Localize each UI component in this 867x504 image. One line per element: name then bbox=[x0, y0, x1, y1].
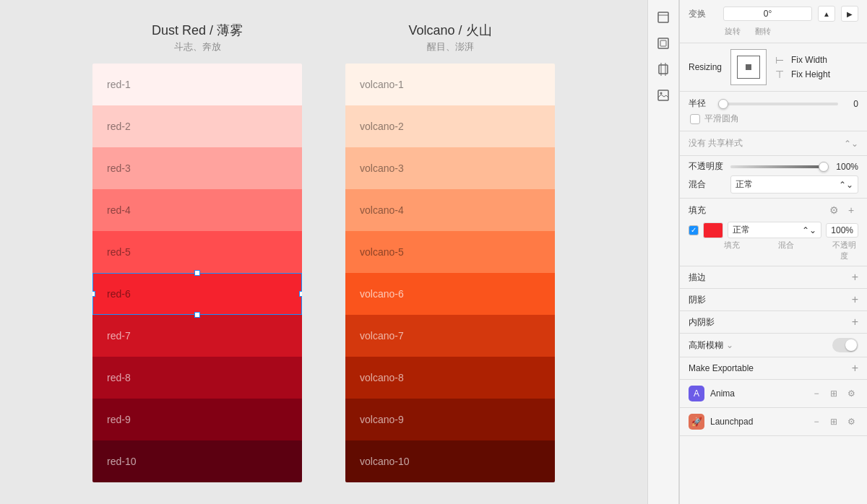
right-panel: 变换 0° ▲ ▶ 旋转 翻转 Resizing ⊢ Fix Width bbox=[679, 0, 867, 504]
swatch-volcano-3[interactable]: volcano-3 bbox=[345, 147, 555, 189]
shared-style-dropdown-arrow[interactable]: ⌃⌄ bbox=[844, 139, 858, 149]
inner-shadow-section: 内阴影 + bbox=[680, 311, 867, 334]
swatch-volcano-2[interactable]: volcano-2 bbox=[345, 105, 555, 147]
anima-plugin-name: Anima bbox=[710, 388, 803, 399]
gaussian-toggle-icon[interactable]: ⌄ bbox=[726, 340, 733, 350]
swatch-volcano-9[interactable]: volcano-9 bbox=[345, 399, 555, 440]
swatch-volcano-5-label: volcano-5 bbox=[360, 246, 404, 258]
fill-opacity[interactable]: 100% bbox=[826, 223, 858, 238]
opacity-slider-thumb[interactable] bbox=[819, 162, 829, 172]
gaussian-section: 高斯模糊 ⌄ bbox=[680, 334, 867, 357]
swatch-volcano-8[interactable]: volcano-8 bbox=[345, 357, 555, 399]
exportable-add-btn[interactable]: + bbox=[852, 362, 858, 375]
image-tool-icon[interactable] bbox=[652, 84, 675, 107]
radius-value[interactable]: 0 bbox=[844, 99, 858, 109]
resizing-box[interactable] bbox=[730, 49, 767, 85]
swatch-volcano-6-label: volcano-6 bbox=[360, 288, 404, 300]
swatch-red-5[interactable]: red-5 bbox=[92, 231, 302, 273]
anima-settings-btn[interactable]: ⚙ bbox=[844, 386, 858, 401]
swatch-red-9-label: red-9 bbox=[107, 414, 131, 425]
fill-settings-btn[interactable]: ⚙ bbox=[827, 203, 841, 217]
dust-red-swatches: red-1 red-2 red-3 red-4 red-5 bbox=[92, 64, 302, 482]
swatch-red-2[interactable]: red-2 bbox=[92, 105, 302, 147]
swatch-volcano-7[interactable]: volcano-7 bbox=[345, 315, 555, 357]
anima-grid-btn[interactable]: ⊞ bbox=[827, 386, 841, 401]
launchpad-grid-btn[interactable]: ⊞ bbox=[827, 414, 841, 429]
palette-dust-red-title-main: Dust Red / 薄雾 bbox=[92, 22, 302, 39]
palette-dust-red-title-sub: 斗志、奔放 bbox=[92, 40, 302, 53]
gaussian-toggle-switch[interactable] bbox=[832, 338, 858, 352]
svg-rect-2 bbox=[658, 38, 668, 48]
launchpad-plugin-actions: − ⊞ ⚙ bbox=[809, 414, 858, 429]
swatch-red-3[interactable]: red-3 bbox=[92, 147, 302, 189]
stroke-add-btn[interactable]: + bbox=[852, 271, 858, 284]
resizing-center-handle bbox=[746, 64, 751, 70]
shared-style-section[interactable]: 没有 共享样式 ⌃⌄ bbox=[680, 131, 867, 156]
svg-rect-4 bbox=[659, 65, 668, 74]
smooth-corners-checkbox[interactable] bbox=[690, 114, 700, 124]
smooth-corners-label: 平滑圆角 bbox=[704, 113, 739, 125]
swatch-red-4[interactable]: red-4 bbox=[92, 189, 302, 231]
crop-tool-icon[interactable] bbox=[652, 58, 675, 81]
blend-dropdown-icon: ⌃⌄ bbox=[839, 180, 853, 190]
swatch-volcano-9-label: volcano-9 bbox=[360, 414, 404, 425]
fill-mode-arrow: ⌃⌄ bbox=[802, 225, 816, 235]
swatch-red-8[interactable]: red-8 bbox=[92, 357, 302, 399]
radius-slider-track[interactable] bbox=[723, 103, 838, 105]
swatch-volcano-6[interactable]: volcano-6 bbox=[345, 273, 555, 315]
blend-select[interactable]: 正常 ⌃⌄ bbox=[730, 175, 858, 194]
shadow-add-btn[interactable]: + bbox=[852, 293, 858, 306]
fix-width-label: Fix Width bbox=[791, 55, 827, 65]
swatch-volcano-5[interactable]: volcano-5 bbox=[345, 231, 555, 273]
canvas-area: Dust Red / 薄雾 斗志、奔放 red-1 red-2 red-3 re… bbox=[0, 0, 647, 504]
fix-width-option[interactable]: ⊢ Fix Width bbox=[775, 54, 830, 66]
swatch-red-9[interactable]: red-9 bbox=[92, 399, 302, 440]
fill-checkbox[interactable]: ✓ bbox=[689, 225, 699, 235]
swatch-volcano-4[interactable]: volcano-4 bbox=[345, 189, 555, 231]
transform-label: 变换 bbox=[689, 8, 717, 20]
opacity-slider-track[interactable] bbox=[730, 165, 824, 168]
fill-mode-value: 正常 bbox=[733, 224, 750, 236]
swatch-red-10[interactable]: red-10 bbox=[92, 440, 302, 482]
swatch-volcano-1[interactable]: volcano-1 bbox=[345, 64, 555, 105]
resize-tool-icon[interactable] bbox=[652, 32, 675, 55]
rotate-cw-btn[interactable]: ▲ bbox=[818, 6, 835, 22]
inner-shadow-add-btn[interactable]: + bbox=[852, 316, 858, 329]
swatch-volcano-10[interactable]: volcano-10 bbox=[345, 440, 555, 482]
smooth-corners-row: 平滑圆角 bbox=[689, 113, 858, 125]
fill-add-btn[interactable]: + bbox=[844, 203, 858, 217]
launchpad-settings-btn[interactable]: ⚙ bbox=[844, 414, 858, 429]
fill-color-swatch[interactable] bbox=[703, 222, 723, 238]
swatch-red-1-label: red-1 bbox=[107, 79, 131, 90]
fill-section: 填充 ⚙ + ✓ 正常 ⌃⌄ 100% 填充 混合 不透明度 bbox=[680, 199, 867, 266]
shared-style-label: 没有 共享样式 bbox=[689, 137, 743, 149]
swatch-volcano-8-label: volcano-8 bbox=[360, 372, 404, 383]
resizing-label: Resizing bbox=[689, 62, 725, 72]
launchpad-minimize-btn[interactable]: − bbox=[809, 414, 824, 429]
opacity-value: 100% bbox=[829, 162, 858, 172]
fix-height-icon: ⊤ bbox=[775, 69, 787, 80]
swatch-red-6-label: red-6 bbox=[107, 288, 131, 300]
swatch-red-8-label: red-8 bbox=[107, 372, 131, 383]
stroke-section: 描边 + bbox=[680, 266, 867, 289]
gaussian-toggle-knob bbox=[845, 339, 857, 351]
fix-width-icon: ⊢ bbox=[775, 54, 787, 66]
swatch-red-7[interactable]: red-7 bbox=[92, 315, 302, 357]
radius-row: 半径 0 bbox=[689, 97, 858, 110]
rotate-ccw-btn[interactable]: ▶ bbox=[841, 6, 858, 22]
anima-minimize-btn[interactable]: − bbox=[809, 386, 824, 401]
opacity-section: 不透明度 100% 混合 正常 ⌃⌄ bbox=[680, 156, 867, 199]
swatch-red-1[interactable]: red-1 bbox=[92, 64, 302, 105]
fill-mode-select[interactable]: 正常 ⌃⌄ bbox=[728, 222, 821, 238]
transform-value[interactable]: 0° bbox=[723, 6, 812, 21]
fix-height-option[interactable]: ⊤ Fix Height bbox=[775, 69, 830, 80]
stroke-label: 描边 bbox=[689, 271, 706, 284]
swatch-red-3-label: red-3 bbox=[107, 162, 131, 174]
swatch-red-10-label: red-10 bbox=[107, 456, 136, 467]
transform-tool-icon[interactable] bbox=[652, 6, 675, 29]
swatch-red-6[interactable]: red-6 bbox=[92, 273, 302, 315]
swatch-red-6-wrapper: red-6 bbox=[92, 273, 302, 315]
radius-slider-thumb[interactable] bbox=[718, 99, 728, 109]
fill-labels-row: 填充 混合 不透明度 bbox=[689, 240, 858, 261]
handle-top-center bbox=[194, 270, 200, 276]
